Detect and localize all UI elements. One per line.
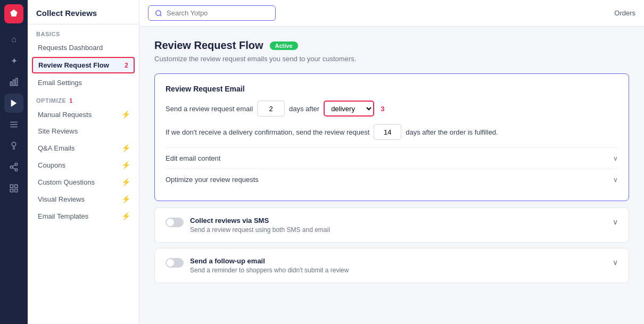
sidebar-item-qa-emails[interactable]: Q&A Emails ⚡ [28,139,139,156]
manual-requests-lightning-icon: ⚡ [121,110,130,119]
optimize-reviews-row[interactable]: Optimize your review requests ∨ [166,169,618,190]
search-input[interactable] [167,9,262,17]
play-nav-icon[interactable] [4,94,23,113]
top-bar: Orders [139,0,644,27]
sidebar-section-optimize-label: Optimize [36,97,66,104]
svg-rect-2 [13,80,15,86]
grid-nav-icon[interactable] [4,179,23,198]
chart-nav-icon[interactable] [4,72,23,92]
step-3-number: 3 [381,105,384,113]
sidebar-item-site-reviews[interactable]: Site Reviews [28,123,139,139]
svg-rect-1 [10,82,12,86]
sms-card-content: Collect reviews via SMS Send a review re… [166,217,330,234]
app-logo[interactable] [4,4,23,23]
page-title-row: Review Request Flow Active [154,39,629,52]
sidebar-item-requests-dashboard[interactable]: Requests Dashboard [28,39,139,56]
svg-rect-19 [10,189,13,192]
send-label: Send a review request email [166,105,253,113]
search-box[interactable] [148,5,276,21]
optimize-label: Optimize your review requests [166,176,259,184]
fallback-label: If we don't receive a delivery confirmat… [166,128,369,136]
svg-point-21 [156,10,161,15]
svg-marker-0 [10,10,17,16]
followup-title: Send a follow-up email [190,257,349,265]
sidebar-item-email-settings[interactable]: Email Settings [28,74,139,91]
svg-line-15 [12,168,15,169]
followup-card: Send a follow-up email Send a reminder t… [154,248,629,283]
sidebar-item-email-templates[interactable]: Email Templates ⚡ [28,207,139,225]
sidebar-item-review-request-flow[interactable]: Review Request Flow 2 [32,57,135,73]
sms-card-chevron-icon: ∨ [613,218,618,226]
sidebar-item-custom-questions[interactable]: Custom Questions ⚡ [28,173,139,190]
fallback-days-input[interactable] [374,124,401,140]
page-title: Review Request Flow [154,39,263,52]
nav-sidebar: Collect Reviews Basics Requests Dashboar… [28,0,139,324]
svg-rect-17 [10,185,13,187]
optimize-chevron-icon: ∨ [613,176,618,184]
qa-emails-lightning-icon: ⚡ [121,144,130,152]
svg-rect-18 [15,185,18,187]
active-badge: Active [270,41,298,50]
optimize-badge: 1 [69,97,72,104]
sidebar-section-basics: Basics [28,24,139,39]
bulb-nav-icon[interactable] [4,136,23,155]
sidebar-item-manual-requests[interactable]: Manual Requests ⚡ [28,106,139,123]
star-nav-icon[interactable]: ✦ [4,51,23,70]
home-nav-icon[interactable]: ⌂ [4,30,23,49]
sms-card: Collect reviews via SMS Send a review re… [154,207,629,243]
edit-email-label: Edit email content [166,154,220,162]
search-icon [155,10,162,17]
review-request-email-card: Review Request Email Send a review reque… [154,73,629,201]
delivery-select[interactable]: delivery order fulfillment [324,101,374,117]
edit-email-chevron-icon: ∨ [613,155,618,162]
coupons-lightning-icon: ⚡ [121,161,130,169]
card-title: Review Request Email [166,85,618,93]
list-nav-icon[interactable] [4,115,23,134]
followup-description: Send a reminder to shoppers who didn't s… [190,267,349,274]
email-templates-lightning-icon: ⚡ [121,212,130,220]
svg-rect-3 [16,78,18,86]
followup-toggle[interactable] [166,258,184,268]
svg-point-13 [10,166,13,169]
days-input[interactable] [257,101,285,117]
step-2-badge: 2 [125,62,128,69]
sidebar-header: Collect Reviews [28,0,139,24]
sidebar-item-coupons[interactable]: Coupons ⚡ [28,156,139,173]
svg-rect-20 [15,189,18,192]
orders-text: Orders [614,9,635,17]
visual-reviews-lightning-icon: ⚡ [121,195,130,203]
svg-point-8 [12,142,16,146]
followup-card-content: Send a follow-up email Send a reminder t… [166,257,349,274]
page-subtitle: Customize the review request emails you … [154,55,629,63]
days-after-label: days after [289,105,319,113]
send-request-row: Send a review request email days after d… [166,101,618,117]
svg-line-16 [12,165,15,167]
icon-sidebar: ⌂ ✦ [0,0,28,324]
main-content: Orders Review Request Flow Active Custom… [139,0,644,324]
followup-card-chevron-icon: ∨ [613,258,618,267]
edit-email-content-row[interactable]: Edit email content ∨ [166,148,618,169]
custom-questions-lightning-icon: ⚡ [121,178,130,186]
svg-marker-4 [11,99,17,107]
sidebar-item-visual-reviews[interactable]: Visual Reviews ⚡ [28,190,139,207]
content-area: Review Request Flow Active Customize the… [139,27,644,324]
svg-line-22 [160,14,162,16]
fallback-row: If we don't receive a delivery confirmat… [166,124,618,148]
sms-toggle[interactable] [166,218,184,227]
share-nav-icon[interactable] [4,157,23,177]
sms-title: Collect reviews via SMS [190,217,330,225]
svg-point-14 [15,169,18,171]
sms-description: Send a review request using both SMS and… [190,226,330,234]
svg-point-12 [15,163,18,166]
fallback-suffix: days after the order is fulfilled. [406,128,498,136]
